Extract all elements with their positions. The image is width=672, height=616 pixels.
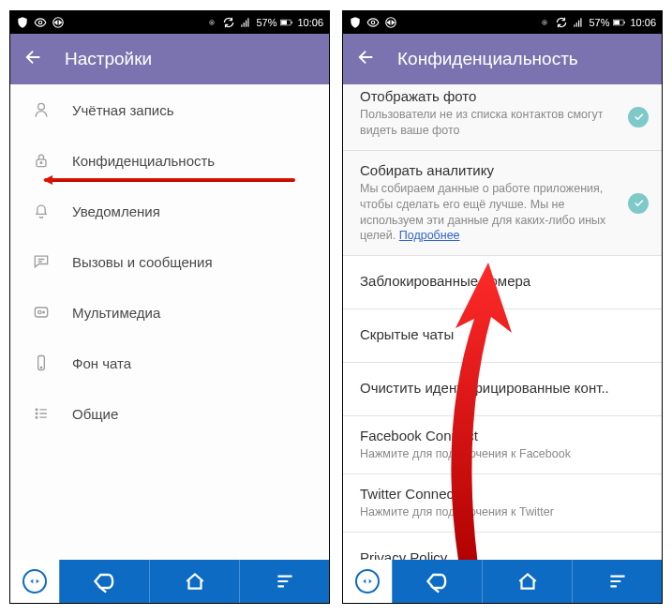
nav-teamviewer[interactable]	[343, 560, 392, 603]
list-icon	[31, 404, 52, 423]
settings-item-label: Мультимедиа	[72, 305, 160, 321]
appbar-title: Настройки	[65, 49, 152, 69]
svg-point-25	[545, 22, 546, 23]
svg-rect-26	[575, 24, 575, 26]
nav-bar	[10, 560, 329, 603]
privacy-item-subtitle: Мы собираем данные о работе приложения, …	[360, 181, 647, 245]
svg-point-16	[43, 311, 45, 313]
svg-point-15	[38, 310, 41, 313]
location-icon	[538, 16, 551, 29]
svg-point-21	[36, 416, 37, 418]
privacy-item-hidden-chats[interactable]: Скрытые чаты	[343, 309, 662, 363]
learn-more-link[interactable]: Подробнее	[399, 229, 460, 242]
eye-icon	[34, 16, 47, 29]
toggle-on-icon[interactable]	[628, 193, 649, 214]
nav-home-icon[interactable]	[149, 560, 239, 603]
svg-point-22	[371, 21, 375, 24]
sync-icon	[222, 16, 235, 29]
highlight-arrow	[44, 178, 295, 182]
back-icon[interactable]	[356, 47, 377, 72]
nav-bar	[343, 560, 662, 603]
appbar-title: Конфиденциальность	[397, 49, 578, 69]
teamviewer-icon	[52, 16, 65, 29]
privacy-item-facebook[interactable]: Facebook Connect Нажмите для подключения…	[343, 416, 662, 474]
settings-item-label: Учётная запись	[72, 102, 174, 118]
sync-icon	[555, 16, 568, 29]
privacy-item-blocked[interactable]: Заблокированные номера	[343, 256, 662, 309]
nav-back-icon[interactable]	[392, 560, 482, 603]
privacy-item-subtitle: Пользователи не из списка контактов смог…	[360, 107, 647, 139]
svg-rect-27	[576, 23, 577, 27]
settings-item-label: Фон чата	[72, 355, 131, 371]
privacy-list: Отображать фото Пользователи не из списк…	[343, 84, 662, 560]
svg-rect-10	[291, 22, 292, 23]
settings-item-calls[interactable]: Вызовы и сообщения	[10, 236, 329, 287]
eye-icon	[366, 16, 380, 29]
signal-icon	[572, 16, 585, 29]
toggle-on-icon[interactable]	[628, 107, 649, 128]
shield-icon	[349, 16, 362, 29]
settings-item-label: Общие	[72, 406, 118, 422]
location-icon	[205, 16, 218, 29]
nav-recent-icon[interactable]	[239, 560, 329, 603]
settings-list: Учётная запись Конфиденциальность Уведом…	[10, 84, 329, 560]
privacy-item-twitter[interactable]: Twitter Connect Нажмите для подключения …	[343, 474, 662, 533]
privacy-item-title: Заблокированные номера	[360, 267, 647, 294]
privacy-item-clear-contacts[interactable]: Очистить идентифицированные конт..	[343, 363, 662, 416]
svg-rect-7	[248, 18, 249, 26]
privacy-item-analytics[interactable]: Собирать аналитику Мы собираем данные о …	[343, 151, 662, 257]
privacy-item-title: Facebook Connect	[360, 428, 647, 443]
svg-rect-9	[282, 21, 288, 25]
lock-icon	[31, 151, 52, 170]
settings-item-background[interactable]: Фон чата	[10, 338, 329, 388]
nav-back-icon[interactable]	[59, 560, 149, 603]
user-icon	[31, 100, 52, 119]
privacy-item-title: Собирать аналитику	[360, 162, 647, 178]
svg-rect-28	[578, 21, 579, 27]
app-bar: Конфиденциальность	[343, 34, 662, 84]
signal-icon	[239, 16, 252, 29]
svg-rect-6	[246, 21, 246, 27]
battery-percent: 57%	[256, 17, 276, 28]
svg-point-11	[38, 103, 45, 110]
app-bar: Настройки	[10, 34, 329, 84]
privacy-item-title: Twitter Connect	[360, 486, 647, 502]
privacy-item-policy[interactable]: Privacy Policy	[343, 533, 662, 560]
teamviewer-icon	[384, 16, 397, 29]
status-bar: 57% 10:06	[10, 11, 329, 34]
svg-rect-31	[615, 21, 620, 25]
svg-point-0	[38, 21, 42, 24]
svg-point-18	[40, 367, 41, 368]
svg-point-20	[36, 413, 37, 414]
privacy-item-show-photo[interactable]: Отображать фото Пользователи не из списк…	[343, 84, 662, 151]
svg-point-3	[212, 22, 214, 23]
svg-rect-4	[242, 24, 243, 26]
nav-home-icon[interactable]	[482, 560, 572, 603]
settings-item-label: Конфиденциальность	[72, 153, 215, 169]
battery-icon	[280, 16, 293, 29]
media-icon	[31, 303, 52, 322]
settings-item-general[interactable]: Общие	[10, 388, 329, 439]
settings-item-label: Вызовы и сообщения	[72, 254, 213, 270]
svg-point-19	[36, 409, 37, 411]
settings-item-notifications[interactable]: Уведомления	[10, 186, 329, 236]
clock: 10:06	[630, 17, 656, 28]
settings-item-privacy[interactable]: Конфиденциальность	[10, 135, 329, 186]
settings-item-account[interactable]: Учётная запись	[10, 84, 329, 135]
phone-settings: 57% 10:06 Настройки Учётная запись Конфи…	[9, 10, 330, 604]
battery-percent: 57%	[589, 17, 609, 28]
chat-icon	[31, 252, 52, 271]
privacy-item-subtitle: Нажмите для подключения к Facebook	[360, 446, 647, 462]
nav-recent-icon[interactable]	[572, 560, 662, 603]
svg-rect-29	[581, 18, 582, 26]
svg-rect-32	[624, 22, 625, 23]
privacy-item-title: Отображать фото	[360, 88, 647, 104]
privacy-item-title: Скрытые чаты	[360, 321, 647, 348]
settings-item-label: Уведомления	[72, 203, 160, 219]
shield-icon	[16, 16, 29, 29]
nav-teamviewer[interactable]	[10, 560, 59, 603]
status-bar: 57% 10:06	[343, 11, 662, 34]
svg-rect-5	[244, 23, 245, 27]
back-icon[interactable]	[23, 47, 44, 72]
settings-item-media[interactable]: Мультимедиа	[10, 287, 329, 338]
